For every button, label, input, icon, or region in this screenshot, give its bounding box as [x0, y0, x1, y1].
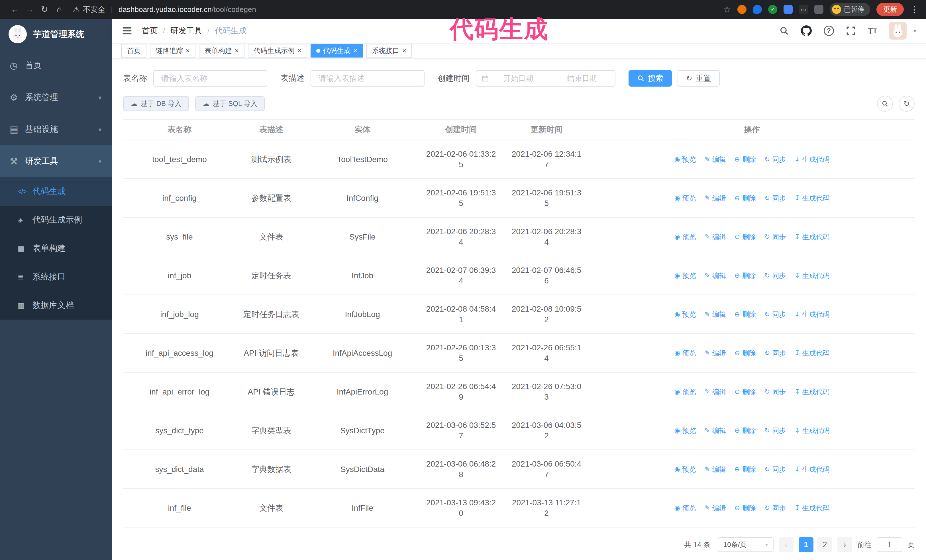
security-label[interactable]: 不安全 [83, 5, 105, 15]
action-delete[interactable]: ⊖删除 [735, 464, 756, 474]
close-icon[interactable]: × [235, 47, 239, 54]
action-generate[interactable]: ↧生成代码 [794, 464, 829, 474]
action-preview[interactable]: ◉预览 [674, 309, 696, 320]
hamburger-icon[interactable] [121, 25, 133, 36]
action-delete[interactable]: ⊖删除 [735, 425, 756, 436]
next-page-button[interactable]: › [837, 537, 852, 552]
action-sync[interactable]: ↻同步 [764, 348, 786, 358]
action-sync[interactable]: ↻同步 [764, 193, 786, 203]
extensions-puzzle-icon[interactable] [814, 5, 823, 14]
action-sync[interactable]: ↻同步 [764, 309, 786, 320]
import-sql-button[interactable]: ☁ 基于 SQL 导入 [195, 96, 265, 111]
sidebar-subitem-database-doc[interactable]: ▥数据库文档 [0, 291, 112, 320]
fullscreen-icon[interactable] [846, 26, 856, 36]
action-edit[interactable]: ✎编辑 [704, 386, 726, 397]
start-date-placeholder[interactable]: 开始日期 [491, 74, 546, 83]
action-generate[interactable]: ↧生成代码 [794, 270, 829, 281]
search-icon[interactable] [779, 26, 789, 36]
sidebar-item-infrastructure[interactable]: ▤基础设施∨ [0, 113, 112, 145]
action-edit[interactable]: ✎编辑 [704, 154, 726, 165]
action-sync[interactable]: ↻同步 [764, 464, 786, 474]
tab-link-tracing[interactable]: 链路追踪× [150, 44, 195, 57]
sidebar-item-home[interactable]: ◷首页 [0, 50, 112, 82]
action-generate[interactable]: ↧生成代码 [794, 154, 829, 165]
font-size-icon[interactable]: TT [868, 26, 877, 36]
action-generate[interactable]: ↧生成代码 [794, 348, 829, 358]
action-sync[interactable]: ↻同步 [764, 503, 786, 513]
action-preview[interactable]: ◉预览 [674, 425, 696, 436]
sidebar-item-system-management[interactable]: ⚙系统管理∨ [0, 82, 112, 113]
action-generate[interactable]: ↧生成代码 [794, 386, 829, 397]
breadcrumb-item[interactable]: 研发工具 [170, 25, 202, 36]
sidebar-subitem-form-builder[interactable]: ▦表单构建 [0, 234, 112, 263]
action-delete[interactable]: ⊖删除 [735, 154, 756, 165]
bookmark-star-icon[interactable]: ☆ [723, 4, 731, 15]
action-preview[interactable]: ◉预览 [674, 386, 696, 397]
app-logo[interactable]: 芋道管理系统 [0, 19, 112, 50]
action-edit[interactable]: ✎编辑 [704, 464, 726, 474]
action-delete[interactable]: ⊖删除 [735, 348, 756, 358]
action-generate[interactable]: ↧生成代码 [794, 232, 829, 242]
action-generate[interactable]: ↧生成代码 [794, 309, 829, 320]
toggle-search-button[interactable] [877, 96, 893, 112]
import-db-button[interactable]: ☁ 基于 DB 导入 [123, 96, 189, 111]
action-delete[interactable]: ⊖删除 [735, 309, 756, 320]
action-edit[interactable]: ✎编辑 [704, 270, 726, 281]
table-name-input[interactable] [153, 70, 267, 87]
action-edit[interactable]: ✎编辑 [704, 232, 726, 242]
action-preview[interactable]: ◉预览 [674, 503, 696, 513]
tab-home[interactable]: 首页 [121, 44, 147, 57]
action-preview[interactable]: ◉预览 [674, 270, 696, 281]
extension-icon-1[interactable] [737, 5, 746, 14]
action-generate[interactable]: ↧生成代码 [794, 503, 829, 513]
action-preview[interactable]: ◉预览 [674, 193, 696, 203]
action-sync[interactable]: ↻同步 [764, 270, 786, 281]
action-generate[interactable]: ↧生成代码 [794, 425, 829, 436]
sidebar-subitem-codegen[interactable]: </>代码生成 [0, 177, 112, 206]
action-preview[interactable]: ◉预览 [674, 232, 696, 242]
extension-on-badge[interactable]: on [799, 5, 808, 14]
refresh-table-button[interactable]: ↻ [899, 96, 915, 112]
close-icon[interactable]: × [298, 47, 301, 54]
sidebar-item-dev-tools[interactable]: ⚒研发工具∧ [0, 145, 112, 177]
end-date-placeholder[interactable]: 结束日期 [554, 74, 610, 83]
tab-codegen-example[interactable]: 代码生成示例× [248, 44, 307, 57]
action-edit[interactable]: ✎编辑 [704, 348, 726, 358]
action-delete[interactable]: ⊖删除 [735, 193, 756, 203]
chevron-down-icon[interactable]: ▾ [914, 27, 916, 34]
action-edit[interactable]: ✎编辑 [704, 503, 726, 513]
breadcrumb-item[interactable]: 首页 [142, 25, 158, 36]
action-sync[interactable]: ↻同步 [764, 232, 786, 242]
goto-page-input[interactable] [877, 537, 902, 552]
address-bar[interactable]: ⚠ 不安全 | dashboard.yudao.iocoder.cn/tool/… [73, 5, 256, 15]
close-icon[interactable]: × [353, 47, 357, 54]
search-button[interactable]: 搜索 [628, 70, 672, 87]
user-avatar[interactable] [889, 22, 906, 39]
close-icon[interactable]: × [402, 47, 406, 54]
back-icon[interactable]: ← [8, 0, 22, 19]
close-icon[interactable]: × [186, 47, 190, 54]
action-edit[interactable]: ✎编辑 [704, 309, 726, 320]
action-delete[interactable]: ⊖删除 [735, 503, 756, 513]
action-sync[interactable]: ↻同步 [764, 425, 786, 436]
help-icon[interactable]: ? [824, 26, 834, 36]
action-generate[interactable]: ↧生成代码 [794, 193, 829, 203]
page-button-2[interactable]: 2 [817, 537, 832, 552]
extension-icon-3[interactable] [784, 5, 793, 14]
browser-menu-icon[interactable]: ⋮ [910, 5, 918, 15]
extension-icon-2[interactable] [753, 5, 762, 14]
github-icon[interactable] [801, 25, 812, 36]
action-edit[interactable]: ✎编辑 [704, 193, 726, 203]
update-browser-button[interactable]: 更新 [876, 3, 904, 16]
extension-check-icon[interactable]: ✓ [768, 5, 777, 14]
action-delete[interactable]: ⊖删除 [735, 270, 756, 281]
page-size-select[interactable]: 10条/页 ▾ [718, 537, 773, 552]
action-preview[interactable]: ◉预览 [674, 464, 696, 474]
action-sync[interactable]: ↻同步 [764, 154, 786, 165]
tab-codegen[interactable]: 代码生成× [310, 44, 363, 57]
action-delete[interactable]: ⊖删除 [735, 232, 756, 242]
paused-pill[interactable]: 已暂停 [830, 3, 870, 16]
action-preview[interactable]: ◉预览 [674, 154, 696, 165]
prev-page-button[interactable]: ‹ [779, 537, 793, 552]
date-range-picker[interactable]: 开始日期 - 结束日期 [476, 70, 616, 87]
